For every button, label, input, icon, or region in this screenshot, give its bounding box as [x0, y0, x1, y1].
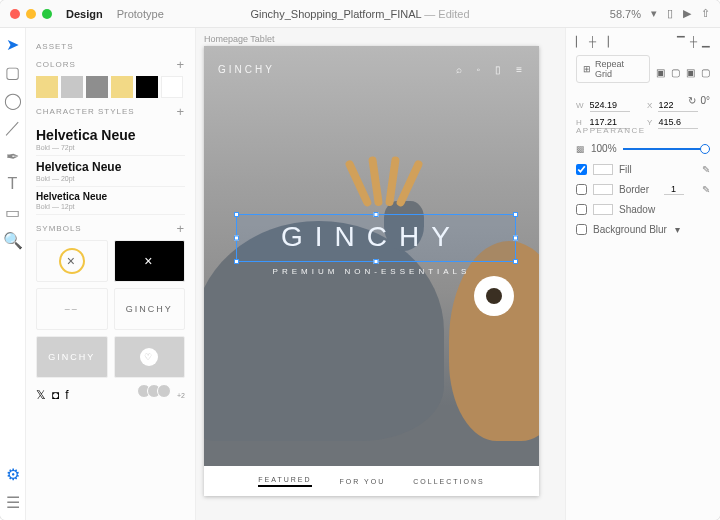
y-input[interactable]: [658, 116, 698, 129]
avatar-overflow: +2: [177, 392, 185, 399]
symbol-item[interactable]: GINCHY: [36, 336, 108, 378]
tab-prototype[interactable]: Prototype: [117, 8, 164, 20]
shadow-color-chip[interactable]: [593, 204, 613, 215]
align-vcenter-icon[interactable]: ┼: [690, 36, 697, 47]
fill-checkbox[interactable]: [576, 164, 587, 175]
document-name: Ginchy_Shopping_Platform_FINAL: [250, 8, 421, 20]
avatar-stack[interactable]: +2: [141, 384, 185, 402]
rectangle-tool-icon[interactable]: ▢: [5, 64, 21, 80]
colors-section-label: Colors: [36, 60, 76, 69]
color-swatch[interactable]: [136, 76, 158, 98]
border-checkbox[interactable]: [576, 184, 587, 195]
border-color-chip[interactable]: [593, 184, 613, 195]
add-symbol-button[interactable]: +: [176, 221, 185, 236]
align-hcenter-icon[interactable]: ┼: [589, 36, 596, 47]
artboard-label[interactable]: Homepage Tablet: [204, 34, 565, 44]
charstyle-name: Helvetica Neue: [36, 127, 185, 143]
search-icon: ⌕: [456, 64, 465, 75]
text-tool-icon[interactable]: T: [5, 176, 21, 192]
align-top-icon[interactable]: ▔: [677, 36, 685, 47]
fill-color-chip[interactable]: [593, 164, 613, 175]
assets-panel-icon[interactable]: ⚙: [5, 466, 21, 482]
maximize-icon[interactable]: [42, 9, 52, 19]
symbol-item[interactable]: ×: [114, 240, 186, 282]
align-right-icon[interactable]: ▕: [601, 36, 609, 47]
color-swatch[interactable]: [36, 76, 58, 98]
chevron-down-icon[interactable]: ▾: [651, 7, 657, 20]
selection-bounds[interactable]: [236, 214, 516, 262]
minimize-icon[interactable]: [26, 9, 36, 19]
bgblur-row: Background Blur ▾: [576, 224, 710, 235]
chevron-down-icon[interactable]: ▾: [675, 224, 680, 235]
opacity-slider[interactable]: ▩ 100%: [576, 143, 710, 154]
color-swatch[interactable]: [161, 76, 183, 98]
hero-subtitle: PREMIUM NON-ESSENTIALS: [204, 267, 539, 276]
line-tool-icon[interactable]: ／: [5, 120, 21, 136]
fill-row: Fill ✎: [576, 164, 710, 175]
shadow-checkbox[interactable]: [576, 204, 587, 215]
inspector-panel: ▏ ┼ ▕ ▔ ┼ ▁ ⊞ Repeat Grid ▣ ▢ ▣ ▢ W X H …: [565, 28, 720, 520]
symbol-item[interactable]: ♡: [114, 336, 186, 378]
alignment-controls: ▏ ┼ ▕ ▔ ┼ ▁: [576, 36, 710, 47]
add-charstyle-button[interactable]: +: [176, 104, 185, 119]
symbol-item[interactable]: ——: [36, 288, 108, 330]
artboard-tool-icon[interactable]: ▭: [5, 204, 21, 220]
tools-sidebar: ➤ ▢ ◯ ／ ✒ T ▭ 🔍 ⚙ ☰: [0, 28, 26, 520]
twitter-icon[interactable]: 𝕏: [36, 388, 46, 402]
zoom-tool-icon[interactable]: 🔍: [5, 232, 21, 248]
color-swatch[interactable]: [61, 76, 83, 98]
rotation-control[interactable]: ↻ 0°: [688, 95, 710, 106]
bgblur-checkbox[interactable]: [576, 224, 587, 235]
border-width-input[interactable]: [664, 184, 684, 195]
device-preview-icon[interactable]: ▯: [667, 7, 673, 20]
charstyle-meta: Bold — 72pt: [36, 144, 185, 151]
symbol-item[interactable]: GINCHY: [114, 288, 186, 330]
mock-footer-tabs: FEATURED FOR YOU COLLECTIONS: [204, 466, 539, 496]
opacity-value: 100%: [591, 143, 617, 154]
footer-tab: FOR YOU: [340, 478, 386, 485]
facebook-icon[interactable]: f: [65, 388, 68, 402]
window-titlebar: Design Prototype Ginchy_Shopping_Platfor…: [0, 0, 720, 28]
repeat-grid-button[interactable]: ⊞ Repeat Grid: [576, 55, 650, 83]
charstyle-item[interactable]: Helvetica Neue Bold — 12pt: [36, 187, 185, 215]
canvas-area[interactable]: Homepage Tablet GINCHY ⌕ ◦ ▯ ≡ GINCHY PR…: [196, 28, 565, 520]
align-bottom-icon[interactable]: ▁: [702, 36, 710, 47]
bag-icon: ▯: [495, 64, 504, 75]
instagram-icon[interactable]: ◘: [52, 388, 59, 402]
subtract-icon[interactable]: ▢: [671, 67, 680, 78]
charstyle-meta: Bold — 20pt: [36, 175, 185, 182]
footer-tab: FEATURED: [258, 476, 311, 487]
zoom-level[interactable]: 58.7%: [610, 8, 641, 20]
align-left-icon[interactable]: ▏: [576, 36, 584, 47]
exclude-icon[interactable]: ▢: [701, 67, 710, 78]
color-swatches: [36, 76, 185, 98]
charstyle-meta: Bold — 12pt: [36, 203, 185, 210]
artboard[interactable]: GINCHY ⌕ ◦ ▯ ≡ GINCHY PREMIUM NON-ESSENT…: [204, 46, 539, 496]
width-input[interactable]: [590, 99, 630, 112]
add-color-button[interactable]: +: [176, 57, 185, 72]
boolean-ops: ▣ ▢ ▣ ▢: [656, 67, 710, 78]
symbol-item[interactable]: ×: [36, 240, 108, 282]
fill-label: Fill: [619, 164, 632, 175]
eyedropper-icon[interactable]: ✎: [702, 184, 710, 195]
close-icon[interactable]: [10, 9, 20, 19]
color-swatch[interactable]: [86, 76, 108, 98]
charstyle-item[interactable]: Helvetica Neue Bold — 20pt: [36, 156, 185, 187]
ellipse-tool-icon[interactable]: ◯: [5, 92, 21, 108]
color-swatch[interactable]: [111, 76, 133, 98]
share-icon[interactable]: ⇧: [701, 7, 710, 20]
mock-navbar: GINCHY ⌕ ◦ ▯ ≡: [204, 46, 539, 92]
union-icon[interactable]: ▣: [656, 67, 665, 78]
pen-tool-icon[interactable]: ✒: [5, 148, 21, 164]
charstyle-name: Helvetica Neue: [36, 160, 185, 174]
eyedropper-icon[interactable]: ✎: [702, 164, 710, 175]
user-icon: ◦: [477, 64, 484, 75]
layers-panel-icon[interactable]: ☰: [5, 494, 21, 510]
select-tool-icon[interactable]: ➤: [5, 36, 21, 52]
menu-icon: ≡: [516, 64, 525, 75]
play-icon[interactable]: ▶: [683, 7, 691, 20]
charstyle-name: Helvetica Neue: [36, 191, 185, 202]
tab-design[interactable]: Design: [66, 8, 103, 20]
charstyle-item[interactable]: Helvetica Neue Bold — 72pt: [36, 123, 185, 156]
intersect-icon[interactable]: ▣: [686, 67, 695, 78]
